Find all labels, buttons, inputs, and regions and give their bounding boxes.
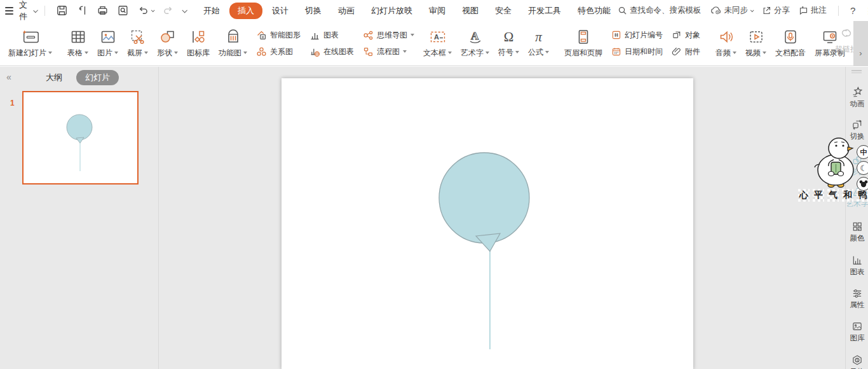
share-button[interactable]: 分享 bbox=[762, 5, 790, 16]
sidebar-item-animation[interactable]: 动画 bbox=[846, 86, 868, 109]
sidebar-drag-handle[interactable] bbox=[851, 70, 862, 73]
icon-library-label: 图标库 bbox=[187, 48, 210, 59]
table-label: 表格 bbox=[67, 48, 83, 59]
output-button[interactable] bbox=[76, 4, 88, 17]
collapse-panel-icon[interactable]: « bbox=[6, 72, 11, 82]
right-sidebar: 动画 切换 形状 A 艺术字 颜色 图表 属性 图库 bbox=[845, 67, 868, 369]
print-preview-button[interactable] bbox=[117, 4, 129, 17]
sidebar-item-properties[interactable]: 属性 bbox=[846, 288, 868, 310]
smart-graphic-label: 智能图形 bbox=[270, 30, 301, 41]
undo-button[interactable] bbox=[137, 4, 154, 17]
tab-slides[interactable]: 幻灯片 bbox=[76, 70, 119, 85]
tab-insert[interactable]: 插入 bbox=[229, 3, 262, 19]
more-options-button[interactable]: ⋮ bbox=[864, 6, 868, 16]
slide-panel: « 大纲 幻灯片 1 bbox=[0, 67, 159, 369]
new-slide-icon bbox=[21, 29, 40, 45]
symbol-button[interactable]: Ω 符号 bbox=[494, 28, 524, 59]
insert-picture-button[interactable]: 图片 bbox=[93, 27, 123, 60]
smart-graphic-button[interactable]: 智能图形 bbox=[256, 30, 301, 41]
tab-animation[interactable]: 动画 bbox=[331, 3, 362, 19]
tab-transition[interactable]: 切换 bbox=[298, 3, 329, 19]
new-slide-button[interactable]: 新建幻灯片 bbox=[4, 27, 57, 60]
attachment-button[interactable]: 附件 bbox=[672, 46, 700, 57]
slide-number-button[interactable]: 幻灯片编号 bbox=[611, 30, 663, 41]
edge-button-mascot-head[interactable] bbox=[857, 177, 868, 191]
tab-security[interactable]: 安全 bbox=[488, 3, 519, 19]
slide-canvas[interactable] bbox=[281, 78, 693, 369]
edge-button-moon[interactable]: ☾ bbox=[857, 161, 868, 175]
tab-special-features[interactable]: 特色功能 bbox=[571, 3, 618, 19]
style-icon bbox=[851, 354, 863, 366]
edge-button-zhong[interactable]: 中 bbox=[857, 145, 868, 159]
online-chart-button[interactable]: 在线图表 bbox=[309, 46, 354, 57]
sidebar-item-colors[interactable]: 颜色 bbox=[846, 221, 868, 243]
customize-toolbar-button[interactable] bbox=[182, 9, 186, 13]
tab-view[interactable]: 视图 bbox=[455, 3, 485, 19]
print-button[interactable] bbox=[97, 4, 109, 17]
video-button[interactable]: 视频 bbox=[741, 27, 771, 60]
sidebar-item-gallery[interactable]: 图库 bbox=[846, 321, 868, 343]
picture-label: 图片 bbox=[97, 48, 112, 59]
object-button[interactable]: 对象 bbox=[672, 30, 700, 41]
video-label: 视频 bbox=[745, 48, 761, 59]
chevron-down-icon bbox=[85, 52, 88, 54]
shapes-button[interactable]: 形状 bbox=[153, 27, 182, 60]
function-diagram-icon bbox=[225, 29, 241, 45]
sync-status-button[interactable]: 未同步 bbox=[710, 5, 754, 16]
search-command-button[interactable]: 查找命令、搜索模板 bbox=[618, 5, 702, 16]
sidebar-item-chart[interactable]: 图表 bbox=[846, 254, 868, 277]
icon-library-button[interactable]: 图标库 bbox=[182, 27, 214, 60]
chart-icon bbox=[309, 30, 320, 41]
chevron-down-icon bbox=[763, 52, 766, 54]
balloon-shape[interactable] bbox=[281, 78, 693, 369]
relation-diagram-button[interactable]: 关系图 bbox=[256, 46, 301, 57]
chevron-down-icon bbox=[144, 52, 148, 54]
audio-button[interactable]: 音频 bbox=[711, 27, 741, 60]
hamburger-menu-icon[interactable] bbox=[5, 7, 13, 15]
omega-icon: Ω bbox=[504, 29, 514, 45]
flowchart-button[interactable]: 流程图 bbox=[363, 46, 414, 57]
slide-thumbnail[interactable] bbox=[22, 91, 139, 184]
wordart-label: 艺术字 bbox=[461, 48, 484, 59]
chevron-down-icon bbox=[243, 52, 247, 54]
moon-icon: ☾ bbox=[860, 164, 867, 173]
textbox-button[interactable]: A 文本框 bbox=[419, 27, 456, 60]
chevron-down-icon bbox=[545, 51, 549, 53]
file-menu-button[interactable]: 文件 bbox=[19, 0, 36, 22]
datetime-button[interactable]: 日期和时间 bbox=[611, 46, 663, 57]
sidebar-colors-label: 颜色 bbox=[850, 233, 865, 243]
save-button[interactable] bbox=[56, 4, 68, 17]
tab-design[interactable]: 设计 bbox=[265, 3, 295, 19]
chart-button[interactable]: 图表 bbox=[309, 30, 354, 41]
online-chart-label: 在线图表 bbox=[323, 46, 354, 57]
flowchart-icon bbox=[363, 46, 374, 57]
comment-label: 批注 bbox=[811, 5, 827, 16]
screenshot-label: 截屏 bbox=[127, 48, 142, 59]
datetime-icon bbox=[611, 46, 621, 57]
header-footer-button[interactable]: 页眉和页脚 bbox=[560, 27, 607, 60]
mind-map-button[interactable]: 思维导图 bbox=[363, 30, 414, 41]
redo-button[interactable] bbox=[162, 4, 174, 17]
sidebar-item-style[interactable]: 风格 bbox=[846, 354, 868, 369]
mascot-caption: 心平气和鸭 bbox=[798, 189, 868, 202]
doc-dubbing-icon bbox=[782, 29, 799, 45]
wordart-button[interactable]: A 艺术字 bbox=[456, 27, 494, 60]
formula-button[interactable]: π 公式 bbox=[524, 28, 553, 59]
print-icon bbox=[97, 4, 109, 17]
function-diagram-button[interactable]: 功能图 bbox=[214, 27, 252, 60]
tab-home[interactable]: 开始 bbox=[196, 3, 227, 19]
tab-outline[interactable]: 大纲 bbox=[39, 70, 69, 85]
tab-slideshow[interactable]: 幻灯片放映 bbox=[364, 3, 419, 19]
picture-icon bbox=[100, 29, 116, 45]
comment-button[interactable]: 批注 bbox=[799, 5, 827, 16]
screenshot-button[interactable]: 截屏 bbox=[123, 27, 153, 60]
insert-table-button[interactable]: 表格 bbox=[63, 27, 93, 60]
tab-review[interactable]: 审阅 bbox=[422, 3, 452, 19]
help-button[interactable]: ? bbox=[850, 5, 855, 16]
shapes-icon bbox=[159, 29, 176, 45]
sync-status-label: 未同步 bbox=[724, 5, 749, 16]
search-command-label: 查找命令、搜索模板 bbox=[630, 5, 702, 16]
ribbon-expand-strip[interactable]: › bbox=[853, 21, 868, 66]
doc-dubbing-button[interactable]: 文档配音 bbox=[771, 27, 810, 60]
tab-devtools[interactable]: 开发工具 bbox=[521, 3, 568, 19]
